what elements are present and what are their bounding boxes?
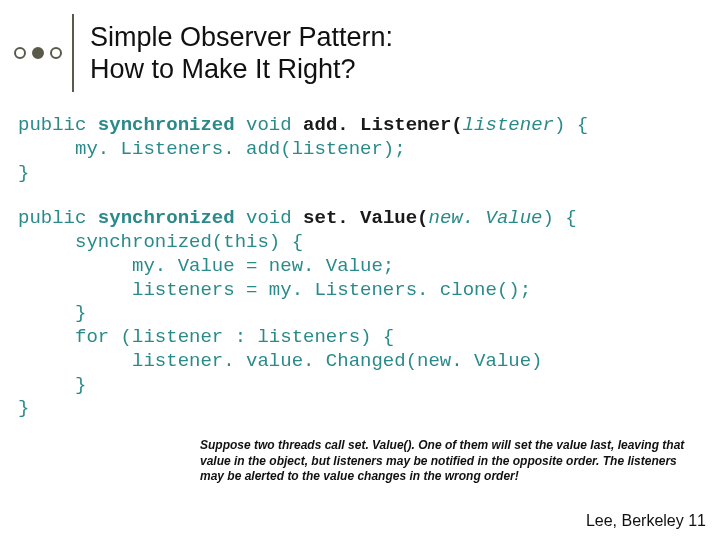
code-line: } bbox=[18, 374, 86, 396]
title-line-1: Simple Observer Pattern: bbox=[90, 22, 393, 52]
code-line: my. Value = new. Value; bbox=[18, 255, 394, 277]
fn-arg: new. Value bbox=[429, 207, 543, 229]
fn-name: set. Value( bbox=[303, 207, 428, 229]
code-block-addlistener: public synchronized void add. Listener(l… bbox=[18, 114, 702, 185]
code-line: listener. value. Changed(new. Value) bbox=[18, 350, 543, 372]
code-line: listeners = my. Listeners. clone(); bbox=[18, 279, 531, 301]
fn-close: ) { bbox=[554, 114, 588, 136]
code-line: } bbox=[18, 397, 29, 419]
bullet-icon bbox=[14, 47, 26, 59]
code-line: synchronized(this) { bbox=[18, 231, 303, 253]
kw-public: public bbox=[18, 207, 98, 229]
code-block-setvalue: public synchronized void set. Value(new.… bbox=[18, 207, 702, 421]
kw-synchronized: synchronized bbox=[98, 207, 235, 229]
kw-synchronized: synchronized bbox=[98, 114, 235, 136]
slide-note: Suppose two threads call set. Value(). O… bbox=[200, 438, 700, 485]
header-bullets bbox=[14, 47, 62, 59]
slide-footer: Lee, Berkeley 11 bbox=[586, 512, 706, 530]
fn-close: ) { bbox=[543, 207, 577, 229]
slide-header: Simple Observer Pattern: How to Make It … bbox=[0, 0, 720, 92]
slide-title: Simple Observer Pattern: How to Make It … bbox=[90, 21, 393, 86]
fn-arg: listener bbox=[463, 114, 554, 136]
fn-name: add. Listener( bbox=[303, 114, 463, 136]
kw-void: void bbox=[235, 114, 303, 136]
code-line: for (listener : listeners) { bbox=[18, 326, 394, 348]
kw-void: void bbox=[235, 207, 303, 229]
bullet-icon bbox=[32, 47, 44, 59]
code-line: my. Listeners. add(listener); bbox=[18, 138, 406, 160]
code-line: } bbox=[18, 302, 86, 324]
kw-public: public bbox=[18, 114, 98, 136]
code-line: } bbox=[18, 162, 29, 184]
title-line-2: How to Make It Right? bbox=[90, 54, 356, 84]
bullet-icon bbox=[50, 47, 62, 59]
vertical-divider bbox=[72, 14, 74, 92]
